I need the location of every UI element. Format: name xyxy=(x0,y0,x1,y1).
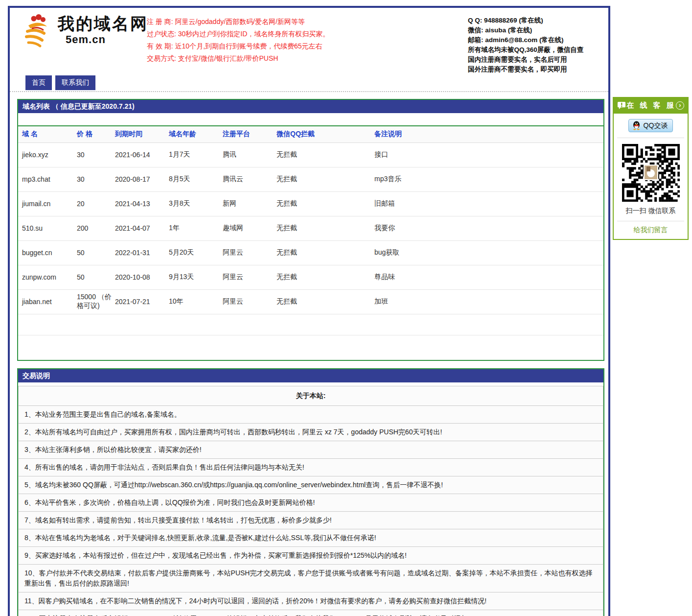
table-cell: jieko.xyz xyxy=(18,142,77,167)
table-cell: 新网 xyxy=(223,191,277,216)
notice-block: 注 册 商: 阿里云/godaddy/西部数码/爱名网/新网等等 过户状态: 3… xyxy=(147,16,329,65)
domain-table-header-row: 域 名价 格到期时间域名年龄注册平台微信QQ拦截备注说明 xyxy=(18,126,603,142)
site-logo: 我的域名网 5em.cn xyxy=(21,14,148,50)
table-cell: 10年 xyxy=(169,289,223,314)
table-cell: 腾讯云 xyxy=(223,167,277,191)
terms-item: 12、国内注册商在注册商后台解析，GODADDY默认使用DNSPOD的解析，客户… xyxy=(18,610,603,616)
table-cell: 接口 xyxy=(374,142,603,167)
main-nav: 首页 联系我们 xyxy=(25,75,99,90)
table-cell: 加班 xyxy=(374,289,603,314)
table-cell: 无拦截 xyxy=(277,216,374,240)
site-domain: 5em.cn xyxy=(66,33,148,46)
empty-row xyxy=(18,314,603,335)
column-header: 注册平台 xyxy=(223,126,277,142)
table-cell: 2021-07-21 xyxy=(115,289,169,314)
table-cell: 20 xyxy=(77,191,115,216)
table-cell: 无拦截 xyxy=(277,265,374,289)
online-service-body: QQ交谈 扫一扫 微信联系 给我们留言 xyxy=(613,114,689,240)
terms-item: 1、本站业务范围主要是出售自己的域名,备案域名。 xyxy=(18,405,603,424)
online-service-title: 在 线 客 服 xyxy=(626,101,676,110)
notice-line: 注 册 商: 阿里云/godaddy/西部数码/爱名网/新网等等 xyxy=(147,16,329,28)
chat-bubble-icon xyxy=(617,101,626,110)
table-cell: jiaban.net xyxy=(18,289,77,314)
table-cell: 1月7天 xyxy=(169,142,223,167)
qq-penguin-icon xyxy=(632,121,641,130)
table-row: bugget.cn502022-01-315月20天阿里云无拦截bug获取 xyxy=(18,240,603,265)
table-cell: 无拦截 xyxy=(277,142,374,167)
terms-section: 交易说明 关于本站: 1、本站业务范围主要是出售自己的域名,备案域名。2、本站所… xyxy=(17,368,604,616)
contact-line: 所有域名均未被QQ,360屏蔽，微信自查 xyxy=(468,45,583,55)
table-cell: 阿里云 xyxy=(223,240,277,265)
table-cell: 9月13天 xyxy=(169,265,223,289)
table-cell: 50 xyxy=(77,265,115,289)
terms-item: 8、本站在售域名均为老域名，对于关键词排名,快照更新,收录,流量,是否被K,建过… xyxy=(18,529,603,547)
table-row: jiumail.cn202021-04-133月8天新网无拦截旧邮箱 xyxy=(18,191,603,216)
contact-line-qq: Q Q: 948888269 (常在线) xyxy=(468,16,583,25)
domain-list-spacer xyxy=(18,113,603,126)
collapse-arrow-icon[interactable]: › xyxy=(676,101,684,110)
table-cell: 2022-01-31 xyxy=(115,240,169,265)
domain-list-title: 域名列表 （ 信息已更新至2020.7.21) xyxy=(18,100,603,113)
panel-divider xyxy=(617,138,684,138)
table-cell: zunpw.com xyxy=(18,265,77,289)
column-header: 价 格 xyxy=(77,126,115,142)
leave-message-link[interactable]: 给我们留言 xyxy=(634,226,668,235)
table-cell: 15000 （价格可议) xyxy=(77,289,115,314)
terms-item: 10、客户付款并不代表交易结束，付款后客户提供注册商账号，本站PUSH完才交易完… xyxy=(18,564,603,592)
table-cell: mp3.chat xyxy=(18,167,77,191)
online-service-header: 在 线 客 服 › xyxy=(613,97,689,114)
logo-rooster-icon xyxy=(21,14,55,50)
table-cell: 8月5天 xyxy=(169,167,223,191)
table-cell: 趣域网 xyxy=(223,216,277,240)
column-header: 微信QQ拦截 xyxy=(277,126,374,142)
table-cell: 无拦截 xyxy=(277,240,374,265)
column-header: 到期时间 xyxy=(115,126,169,142)
panel-divider xyxy=(617,221,684,221)
table-cell: 旧邮箱 xyxy=(374,191,603,216)
table-cell: 无拦截 xyxy=(277,167,374,191)
terms-item: 6、本站平价售米，多次询价，价格自动上调，以QQ报价为准，同时我们也会及时更新网… xyxy=(18,494,603,512)
table-cell: 2021-04-07 xyxy=(115,216,169,240)
online-service-panel: 在 线 客 服 › QQ交谈 扫一扫 微信联系 给我们留言 xyxy=(613,97,689,240)
domain-table: 域 名价 格到期时间域名年龄注册平台微信QQ拦截备注说明 jieko.xyz30… xyxy=(18,126,603,335)
terms-item: 4、所有出售的域名，请勿用于非法站点，否则后果自负！售出后任何法律问题均与本站无… xyxy=(18,458,603,476)
notice-line: 过户状态: 30秒内过户到你指定ID，域名终身所有权归买家。 xyxy=(147,28,329,40)
table-cell: 尊品味 xyxy=(374,265,603,289)
contact-line-wechat: 微信: aisuba (常在线) xyxy=(468,25,583,35)
table-cell: jiumail.cn xyxy=(18,191,77,216)
column-header: 域名年龄 xyxy=(169,126,223,142)
terms-item: 3、本站主张薄利多销，所以价格比较便宜，请买家勿还价! xyxy=(18,441,603,459)
contact-line-email: 邮箱: admin6@88.com (常在线) xyxy=(468,35,583,45)
nav-contact-button[interactable]: 联系我们 xyxy=(55,75,95,90)
terms-item: 5、域名均未被360 QQ屏蔽，可通过http://webscan.360.cn… xyxy=(18,476,603,494)
table-cell: 阿里云 xyxy=(223,289,277,314)
table-cell: 200 xyxy=(77,216,115,240)
notice-line: 有 效 期: 近10个月,到期自行到账号续费，代续费65元左右 xyxy=(147,40,329,52)
nav-home-button[interactable]: 首页 xyxy=(25,75,52,90)
contact-block: Q Q: 948888269 (常在线) 微信: aisuba (常在线) 邮箱… xyxy=(468,16,583,74)
table-cell: 3月8天 xyxy=(169,191,223,216)
wechat-qr-code xyxy=(622,144,680,202)
table-cell: 阿里云 xyxy=(223,265,277,289)
table-cell: 我要你 xyxy=(374,216,603,240)
terms-item: 2、本站所有域名均可自由过户，买家拥用所有权，国内注册商均可转出，西部数码秒转出… xyxy=(18,423,603,441)
terms-list: 关于本站: 1、本站业务范围主要是出售自己的域名,备案域名。2、本站所有域名均可… xyxy=(18,386,603,616)
qq-chat-button[interactable]: QQ交谈 xyxy=(628,119,673,132)
table-cell: 510.su xyxy=(18,216,77,240)
terms-item: 7、域名如有转出需求，请提前告知，转出只接受直接付款！域名转出，打包无优惠，标价… xyxy=(18,511,603,529)
qq-chat-label: QQ交谈 xyxy=(644,121,668,130)
table-cell: 2021-06-14 xyxy=(115,142,169,167)
table-cell: bugget.cn xyxy=(18,240,77,265)
table-cell: 腾讯 xyxy=(223,142,277,167)
site-title: 我的域名网 xyxy=(58,14,148,33)
main-container: 我的域名网 5em.cn 注 册 商: 阿里云/godaddy/西部数码/爱名网… xyxy=(8,6,610,616)
scan-hint-label: 扫一扫 微信联系 xyxy=(614,207,688,215)
table-row: zunpw.com502020-10-089月13天阿里云无拦截尊品味 xyxy=(18,265,603,289)
table-cell: 2020-10-08 xyxy=(115,265,169,289)
table-row: mp3.chat302020-08-178月5天腾讯云无拦截mp3音乐 xyxy=(18,167,603,191)
terms-item: 9、买家选好域名，本站有报过价，但在过户中，发现域名已经出售，作为补偿，买家可重… xyxy=(18,546,603,565)
table-cell: bug获取 xyxy=(374,240,603,265)
terms-item: 11、因客户购买错域名，在不影响二次销售的情况下，24小时内可以退回，退回的话，… xyxy=(18,592,603,610)
table-row: jiaban.net15000 （价格可议)2021-07-2110年阿里云无拦… xyxy=(18,289,603,314)
terms-about-heading: 关于本站: xyxy=(18,386,603,406)
